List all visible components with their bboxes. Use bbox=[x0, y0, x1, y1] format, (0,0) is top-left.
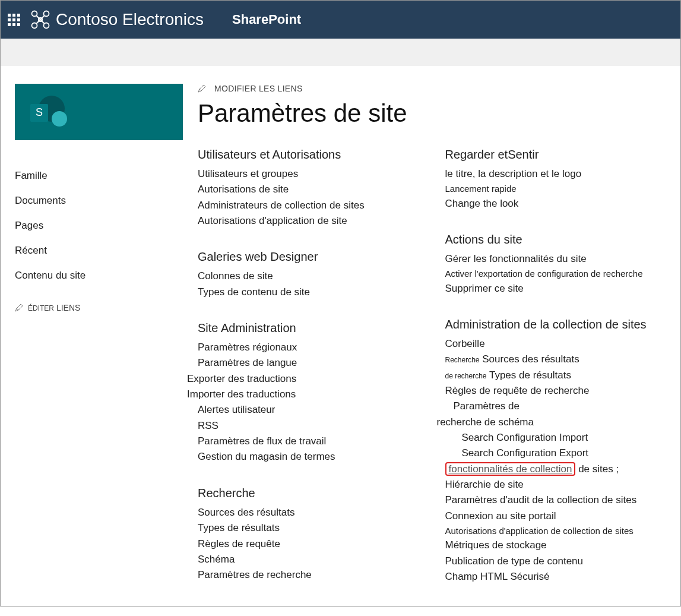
link-site-permissions[interactable]: Autorisations de site bbox=[198, 182, 422, 197]
nav-item-site-contents[interactable]: Contenu du site bbox=[15, 264, 193, 289]
link-delete-site[interactable]: Supprimer ce site bbox=[445, 281, 669, 296]
edit-top-links-label: MODIFIER LES LIENS bbox=[214, 84, 303, 93]
link-search-schema-1[interactable]: Paramètres de bbox=[445, 399, 669, 414]
link-search-query-rules[interactable]: Règles de requête de recherche bbox=[445, 383, 669, 399]
product-name[interactable]: SharePoint bbox=[232, 12, 301, 27]
link-regional-settings[interactable]: Paramètres régionaux bbox=[198, 340, 422, 355]
section-heading: Site Administration bbox=[198, 321, 422, 335]
page-title: Paramètres de site bbox=[198, 99, 669, 128]
link-search-config-import[interactable]: Search Configuration Import bbox=[445, 430, 669, 446]
brand-logo[interactable]: Contoso Electronics bbox=[31, 10, 204, 29]
link-result-types[interactable]: Types de résultats bbox=[198, 520, 422, 536]
section-users-permissions: Utilisateurs et Autorisations Utilisateu… bbox=[198, 148, 422, 229]
section-heading: Recherche bbox=[198, 487, 422, 500]
section-heading: Utilisateurs et Autorisations bbox=[198, 148, 422, 162]
nav-item-documents[interactable]: Documents bbox=[15, 189, 193, 214]
drone-icon bbox=[31, 10, 50, 29]
section-site-administration: Site Administration Paramètres régionaux… bbox=[198, 321, 422, 465]
edit-links-suffix: LIENS bbox=[56, 303, 80, 312]
link-term-store[interactable]: Gestion du magasin de termes bbox=[198, 449, 422, 465]
link-query-rules[interactable]: Règles de requête bbox=[198, 536, 422, 552]
section-look-and-feel: Regarder etSentir le titre, la descripti… bbox=[445, 148, 669, 211]
link-quick-launch[interactable]: Lancement rapide bbox=[445, 182, 669, 195]
nav-item-famille[interactable]: Famille bbox=[15, 164, 193, 189]
nav-item-recent[interactable]: Récent bbox=[15, 239, 193, 264]
section-site-actions: Actions du site Gérer les fonctionnalité… bbox=[445, 233, 669, 296]
link-audit-settings[interactable]: Paramètres d'audit de la collection de s… bbox=[445, 492, 669, 508]
link-result-sources[interactable]: Sources des résultats bbox=[198, 505, 422, 520]
section-site-collection-admin: Administration de la collection de sites… bbox=[445, 318, 669, 585]
left-navigation: Famille Documents Pages Récent Contenu d… bbox=[15, 140, 193, 312]
link-people-groups[interactable]: Utilisateurs et groupes bbox=[198, 166, 422, 182]
link-site-hierarchy[interactable]: Hiérarchie de site bbox=[445, 477, 669, 492]
app-launcher-icon[interactable] bbox=[8, 14, 20, 26]
link-user-alerts[interactable]: Alertes utilisateur bbox=[198, 402, 422, 418]
pencil-icon bbox=[15, 304, 23, 312]
ribbon-bar bbox=[1, 39, 680, 66]
edit-top-links-button[interactable]: MODIFIER LES LIENS bbox=[198, 84, 669, 93]
link-html-field-security[interactable]: Champ HTML Sécurisé bbox=[445, 569, 669, 585]
sharepoint-logo-icon: S bbox=[30, 93, 68, 131]
section-heading: Regarder etSentir bbox=[445, 148, 669, 162]
link-search-schema-2[interactable]: recherche de schéma bbox=[437, 415, 669, 430]
edit-links-button[interactable]: ÉDITER LIENS bbox=[15, 303, 193, 312]
site-logo-tile[interactable]: S bbox=[15, 84, 183, 140]
link-import-translations[interactable]: Importer des traductions bbox=[187, 387, 422, 402]
link-recycle-bin[interactable]: Corbeille bbox=[445, 336, 669, 352]
link-site-collection-features[interactable]: fonctionnalités de collection de sites ; bbox=[445, 462, 669, 477]
link-search-settings[interactable]: Paramètres de recherche bbox=[198, 567, 422, 583]
link-content-type-publishing[interactable]: Publication de type de contenu bbox=[445, 554, 669, 569]
settings-column-2: Regarder etSentir le titre, la descripti… bbox=[445, 148, 669, 606]
link-workflow-settings[interactable]: Paramètres de flux de travail bbox=[198, 434, 422, 449]
nav-item-pages[interactable]: Pages bbox=[15, 214, 193, 239]
section-heading: Administration de la collection de sites bbox=[445, 318, 669, 331]
link-export-translations[interactable]: Exporter des traductions bbox=[187, 371, 422, 387]
link-schema[interactable]: Schéma bbox=[198, 552, 422, 567]
section-heading: Galeries web Designer bbox=[198, 250, 422, 264]
section-search: Recherche Sources des résultats Types de… bbox=[198, 487, 422, 583]
link-search-result-sources[interactable]: Recherche Sources des résultats bbox=[445, 352, 669, 367]
link-search-result-types[interactable]: de recherche Types de résultats bbox=[445, 368, 669, 383]
link-portal-site-connection[interactable]: Connexion au site portail bbox=[445, 508, 669, 524]
suite-bar: Contoso Electronics SharePoint bbox=[1, 1, 680, 39]
link-site-coll-app-permissions[interactable]: Autorisations d'application de collectio… bbox=[445, 524, 669, 538]
link-search-config-export[interactable]: Search Configuration Export bbox=[445, 446, 669, 461]
link-site-app-permissions[interactable]: Autorisations d'application de site bbox=[198, 213, 422, 229]
brand-name: Contoso Electronics bbox=[56, 10, 204, 29]
link-enable-search-config-export[interactable]: Activer l'exportation de configuration d… bbox=[445, 267, 669, 280]
link-highlight-site-coll-features: fonctionnalités de collection bbox=[445, 462, 576, 476]
link-storage-metrics[interactable]: Métriques de stockage bbox=[445, 538, 669, 553]
link-manage-site-features[interactable]: Gérer les fonctionnalités du site bbox=[445, 251, 669, 267]
section-heading: Actions du site bbox=[445, 233, 669, 247]
link-site-content-types[interactable]: Types de contenu de site bbox=[198, 285, 422, 300]
section-web-designer-galleries: Galeries web Designer Colonnes de site T… bbox=[198, 250, 422, 300]
link-language-settings[interactable]: Paramètres de langue bbox=[198, 355, 422, 371]
link-title-description-logo[interactable]: le titre, la description et le logo bbox=[445, 166, 669, 182]
link-change-the-look[interactable]: Change the look bbox=[445, 196, 669, 211]
link-rss[interactable]: RSS bbox=[198, 418, 422, 434]
settings-column-1: Utilisateurs et Autorisations Utilisateu… bbox=[198, 148, 422, 606]
link-site-coll-admins[interactable]: Administrateurs de collection de sites bbox=[198, 198, 422, 213]
edit-links-prefix: ÉDITER bbox=[28, 304, 54, 312]
link-site-columns[interactable]: Colonnes de site bbox=[198, 268, 422, 284]
pencil-icon bbox=[198, 84, 206, 93]
